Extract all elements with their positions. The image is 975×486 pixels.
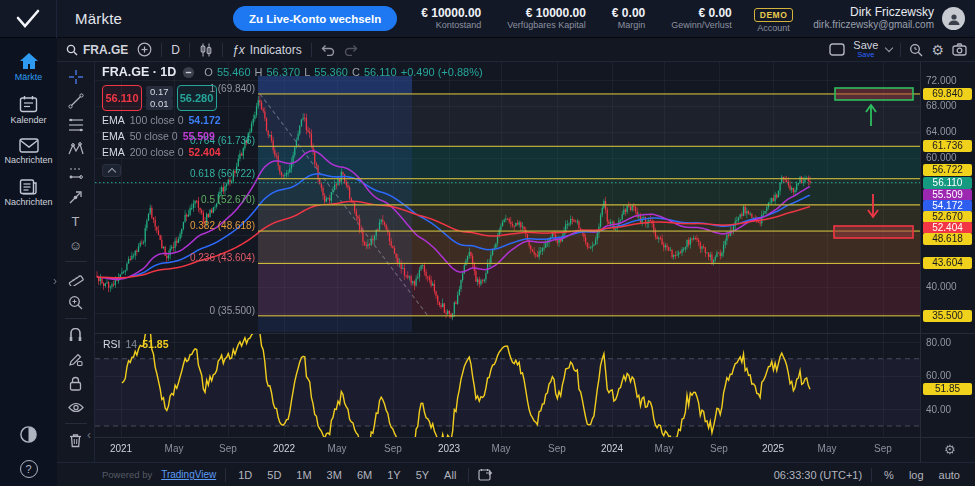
help-icon[interactable]: ?	[20, 460, 38, 478]
range-6m[interactable]: 6M	[354, 469, 375, 481]
rsi-axis-label: 40.00	[926, 404, 951, 415]
price-axis-label: 56.722	[923, 164, 972, 176]
range-all[interactable]: All	[441, 469, 459, 481]
crosshair-tool[interactable]	[68, 69, 84, 85]
price-axis-label: 54.172	[923, 200, 972, 212]
fib-retracement-tool[interactable]	[68, 117, 84, 133]
buy-button[interactable]: 56.280	[177, 85, 217, 111]
save-button[interactable]: Save Save	[853, 41, 878, 59]
compare-add-icon[interactable]	[137, 42, 152, 57]
toolbar-divider	[900, 43, 901, 57]
time-axis-label: Sep	[384, 443, 402, 454]
auto-scale-button[interactable]: auto	[936, 469, 963, 481]
sidebar-expand-chevron[interactable]: ›	[53, 274, 57, 288]
stat-margin: € 0.00 Margin	[612, 7, 645, 31]
stat-gewinn-verlust: € 0.00 Gewinn/Verlust	[671, 7, 732, 31]
rsi-axis-label: 80.00	[926, 337, 951, 348]
powered-by: Powered by	[102, 469, 152, 480]
price-axis-label: 60.000	[926, 152, 957, 163]
calendar-icon	[19, 95, 38, 113]
measure-tool[interactable]	[68, 270, 84, 286]
settings-gear-icon[interactable]: ⚙	[931, 42, 944, 58]
magnet-tool[interactable]	[68, 327, 83, 343]
tool-separator	[65, 318, 87, 319]
range-3m[interactable]: 3M	[324, 469, 345, 481]
chart-module: FRA.GE D ƒx Indicators Save Save	[57, 38, 975, 486]
range-1d[interactable]: 1D	[235, 469, 255, 481]
layout-icon[interactable]	[829, 43, 845, 56]
drawing-mode-tool[interactable]	[68, 351, 83, 367]
theme-toggle-icon[interactable]	[19, 425, 38, 444]
price-axis-label: 35.500	[923, 310, 972, 322]
log-scale-button[interactable]: log	[906, 469, 927, 481]
symbol-search-button[interactable]: FRA.GE	[66, 43, 128, 57]
forecast-tool[interactable]	[68, 165, 84, 181]
price-axis-label: 69.840	[923, 88, 972, 100]
avatar[interactable]	[942, 7, 965, 30]
legend-collapse-button[interactable]	[102, 164, 121, 177]
sidebar-item-kalender[interactable]: Kalender	[0, 89, 57, 132]
clock[interactable]: 06:33:30 (UTC+1)	[774, 469, 862, 481]
redo-icon[interactable]	[344, 44, 358, 56]
range-5d[interactable]: 5D	[264, 469, 284, 481]
sidebar-item-maerkte[interactable]: Märkte	[0, 46, 57, 89]
legend-symbol[interactable]: FRA.GE · 1D	[102, 65, 176, 79]
time-axis-label: May	[328, 443, 347, 454]
ohlc-values: O55.460 H56.370 L55.360 C56.110 +0.490 (…	[204, 66, 482, 78]
time-axis-label: Sep	[874, 443, 892, 454]
sell-button[interactable]: 56.110	[102, 85, 142, 111]
fib-level-label: 0 (35.500)	[209, 305, 255, 316]
indicator-row-ema200[interactable]: EMA200 close 052.404	[102, 146, 483, 159]
time-axis-label: Sep	[548, 443, 566, 454]
undo-icon[interactable]	[321, 44, 335, 56]
sidebar-item-nachrichten-news[interactable]: Nachrichten	[0, 172, 57, 214]
range-1m[interactable]: 1M	[293, 469, 314, 481]
lock-drawings-tool[interactable]	[69, 375, 82, 391]
text-tool[interactable]: T	[72, 213, 80, 229]
time-axis-label: May	[818, 443, 837, 454]
hide-series-icon[interactable]	[182, 66, 195, 79]
indicator-row-ema50[interactable]: EMA50 close 055.509	[102, 130, 483, 143]
time-axis-label: 2025	[762, 443, 784, 454]
price-axis-label: 72.000	[926, 75, 957, 86]
price-axis-label: 52.404	[923, 222, 972, 234]
app-logo[interactable]	[0, 0, 57, 38]
indicator-row-ema100[interactable]: EMA100 close 054.172	[102, 114, 483, 127]
axis-settings-gear-icon[interactable]: ⚙	[944, 442, 956, 457]
remove-drawings-tool[interactable]	[69, 432, 82, 448]
interval-button[interactable]: D	[171, 43, 180, 57]
go-to-date-icon[interactable]	[478, 468, 493, 481]
arrow-marker-tool[interactable]	[68, 189, 83, 205]
mail-icon	[19, 138, 39, 153]
chart-area: FRA.GE · 1D O55.460 H56.370 L55.360 C56.…	[95, 62, 975, 462]
rsi-legend[interactable]: RSI1451.85	[103, 338, 168, 350]
tradingview-link[interactable]: TradingView	[161, 469, 216, 480]
toolbar-divider	[189, 43, 190, 57]
tool-separator	[65, 261, 87, 262]
price-axis-label: 52.670	[923, 211, 972, 223]
range-5y[interactable]: 5Y	[413, 469, 432, 481]
indicators-button[interactable]: ƒx Indicators	[232, 43, 302, 57]
emoji-tool[interactable]: ☺	[69, 237, 82, 253]
sidebar-item-nachrichten-mail[interactable]: Nachrichten	[0, 132, 57, 172]
trend-line-tool[interactable]	[68, 93, 84, 109]
price-axis-label: 56.110	[923, 177, 972, 189]
top-bar: Märkte Zu Live-Konto wechseln € 10000.00…	[0, 0, 975, 38]
pattern-tool[interactable]	[68, 141, 84, 157]
switch-live-account-button[interactable]: Zu Live-Konto wechseln	[233, 6, 397, 31]
range-1y[interactable]: 1Y	[384, 469, 403, 481]
candle-style-icon[interactable]	[199, 43, 213, 57]
account-type: DEMO Account	[754, 4, 794, 33]
toolbar-collapse-chevron[interactable]: ‹	[87, 428, 91, 442]
price-axis-label: 43.604	[923, 257, 972, 269]
price-axis-label: 68.000	[926, 100, 957, 111]
zoom-in-tool[interactable]	[68, 294, 83, 310]
percent-scale-button[interactable]: %	[881, 469, 897, 481]
price-axis-label: 61.736	[923, 140, 972, 152]
logo-check-icon	[15, 9, 41, 29]
camera-icon[interactable]	[952, 43, 967, 56]
hide-drawings-tool[interactable]	[68, 399, 84, 415]
search-icon	[66, 44, 78, 56]
quick-search-icon[interactable]	[909, 43, 923, 57]
save-chevron-down-icon[interactable]	[885, 44, 893, 52]
